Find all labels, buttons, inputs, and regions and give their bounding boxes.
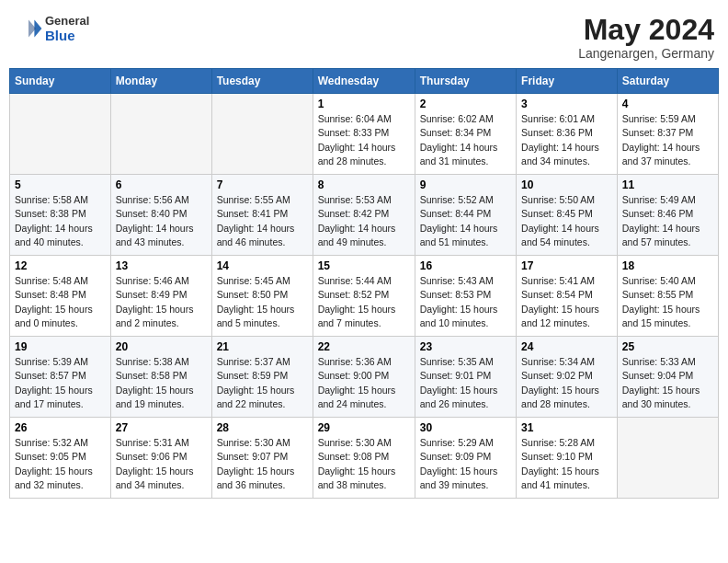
col-sunday: Sunday	[10, 69, 111, 94]
day-info: Sunrise: 5:41 AMSunset: 8:54 PMDaylight:…	[521, 274, 612, 330]
day-number: 4	[622, 98, 713, 110]
col-friday: Friday	[517, 69, 618, 94]
col-tuesday: Tuesday	[211, 69, 313, 94]
day-number: 2	[420, 98, 511, 110]
col-monday: Monday	[110, 69, 211, 94]
day-info: Sunrise: 5:56 AMSunset: 8:40 PMDaylight:…	[116, 193, 207, 249]
day-cell: 31Sunrise: 5:28 AMSunset: 9:10 PMDayligh…	[517, 418, 618, 499]
day-cell: 30Sunrise: 5:29 AMSunset: 9:09 PMDayligh…	[415, 418, 516, 499]
day-info: Sunrise: 5:37 AMSunset: 8:59 PMDaylight:…	[217, 355, 308, 411]
day-info: Sunrise: 5:58 AMSunset: 8:38 PMDaylight:…	[15, 193, 106, 249]
day-number: 9	[420, 178, 511, 191]
day-number: 25	[622, 340, 713, 353]
day-number: 18	[622, 259, 713, 272]
day-number: 27	[116, 421, 207, 434]
week-row-4: 19Sunrise: 5:39 AMSunset: 8:57 PMDayligh…	[10, 337, 719, 418]
day-number: 30	[420, 421, 511, 434]
day-number: 14	[217, 259, 308, 272]
day-cell	[10, 94, 111, 175]
day-info: Sunrise: 5:45 AMSunset: 8:50 PMDaylight:…	[217, 274, 308, 330]
day-number: 13	[116, 259, 207, 272]
day-cell: 12Sunrise: 5:48 AMSunset: 8:48 PMDayligh…	[10, 256, 111, 337]
day-cell: 23Sunrise: 5:35 AMSunset: 9:01 PMDayligh…	[415, 337, 516, 418]
day-cell: 21Sunrise: 5:37 AMSunset: 8:59 PMDayligh…	[211, 337, 313, 418]
day-info: Sunrise: 6:01 AMSunset: 8:36 PMDaylight:…	[521, 112, 612, 168]
day-number: 29	[318, 421, 410, 434]
calendar-body: 1Sunrise: 6:04 AMSunset: 8:33 PMDaylight…	[10, 94, 719, 499]
day-cell: 1Sunrise: 6:04 AMSunset: 8:33 PMDaylight…	[313, 94, 415, 175]
day-cell: 26Sunrise: 5:32 AMSunset: 9:05 PMDayligh…	[10, 418, 111, 499]
day-cell: 14Sunrise: 5:45 AMSunset: 8:50 PMDayligh…	[211, 256, 313, 337]
day-info: Sunrise: 5:39 AMSunset: 8:57 PMDaylight:…	[15, 355, 106, 411]
day-cell: 29Sunrise: 5:30 AMSunset: 9:08 PMDayligh…	[313, 418, 415, 499]
week-row-1: 1Sunrise: 6:04 AMSunset: 8:33 PMDaylight…	[10, 94, 719, 175]
day-cell	[211, 94, 313, 175]
day-info: Sunrise: 5:34 AMSunset: 9:02 PMDaylight:…	[521, 355, 612, 411]
month-title: May 2024	[578, 14, 714, 46]
day-number: 7	[217, 178, 308, 191]
day-info: Sunrise: 5:53 AMSunset: 8:42 PMDaylight:…	[318, 193, 410, 249]
day-number: 11	[622, 178, 713, 191]
day-info: Sunrise: 5:48 AMSunset: 8:48 PMDaylight:…	[15, 274, 106, 330]
day-cell: 13Sunrise: 5:46 AMSunset: 8:49 PMDayligh…	[110, 256, 211, 337]
logo-blue: Blue	[45, 28, 89, 43]
day-info: Sunrise: 6:02 AMSunset: 8:34 PMDaylight:…	[420, 112, 511, 168]
day-cell: 18Sunrise: 5:40 AMSunset: 8:55 PMDayligh…	[617, 256, 718, 337]
day-info: Sunrise: 5:30 AMSunset: 9:08 PMDaylight:…	[318, 436, 410, 492]
day-number: 19	[15, 340, 106, 353]
day-info: Sunrise: 5:29 AMSunset: 9:09 PMDaylight:…	[420, 436, 511, 492]
day-number: 10	[521, 178, 612, 191]
day-cell: 3Sunrise: 6:01 AMSunset: 8:36 PMDaylight…	[517, 94, 618, 175]
day-info: Sunrise: 5:52 AMSunset: 8:44 PMDaylight:…	[420, 193, 511, 249]
day-number: 15	[318, 259, 410, 272]
day-info: Sunrise: 5:32 AMSunset: 9:05 PMDaylight:…	[15, 436, 106, 492]
day-info: Sunrise: 5:40 AMSunset: 8:55 PMDaylight:…	[622, 274, 713, 330]
day-number: 12	[15, 259, 106, 272]
day-number: 22	[318, 340, 410, 353]
logo-icon	[14, 14, 43, 43]
day-number: 20	[116, 340, 207, 353]
location: Langenargen, Germany	[578, 46, 714, 61]
col-saturday: Saturday	[617, 69, 718, 94]
day-cell: 11Sunrise: 5:49 AMSunset: 8:46 PMDayligh…	[617, 175, 718, 256]
day-info: Sunrise: 5:50 AMSunset: 8:45 PMDaylight:…	[521, 193, 612, 249]
day-number: 1	[318, 98, 410, 110]
day-cell: 6Sunrise: 5:56 AMSunset: 8:40 PMDaylight…	[110, 175, 211, 256]
day-cell: 9Sunrise: 5:52 AMSunset: 8:44 PMDaylight…	[415, 175, 516, 256]
day-number: 3	[521, 98, 612, 110]
day-info: Sunrise: 5:38 AMSunset: 8:58 PMDaylight:…	[116, 355, 207, 411]
day-number: 31	[521, 421, 612, 434]
day-number: 17	[521, 259, 612, 272]
day-cell: 24Sunrise: 5:34 AMSunset: 9:02 PMDayligh…	[517, 337, 618, 418]
day-number: 16	[420, 259, 511, 272]
day-number: 21	[217, 340, 308, 353]
day-number: 26	[15, 421, 106, 434]
day-info: Sunrise: 5:30 AMSunset: 9:07 PMDaylight:…	[217, 436, 308, 492]
day-number: 8	[318, 178, 410, 191]
day-number: 5	[15, 178, 106, 191]
day-cell: 4Sunrise: 5:59 AMSunset: 8:37 PMDaylight…	[617, 94, 718, 175]
day-cell	[110, 94, 211, 175]
day-cell: 17Sunrise: 5:41 AMSunset: 8:54 PMDayligh…	[517, 256, 618, 337]
day-info: Sunrise: 5:44 AMSunset: 8:52 PMDaylight:…	[318, 274, 410, 330]
logo-text: General Blue	[45, 14, 89, 43]
day-info: Sunrise: 5:55 AMSunset: 8:41 PMDaylight:…	[217, 193, 308, 249]
day-cell: 10Sunrise: 5:50 AMSunset: 8:45 PMDayligh…	[517, 175, 618, 256]
logo-general: General	[45, 14, 89, 28]
day-info: Sunrise: 5:35 AMSunset: 9:01 PMDaylight:…	[420, 355, 511, 411]
day-cell: 16Sunrise: 5:43 AMSunset: 8:53 PMDayligh…	[415, 256, 516, 337]
day-info: Sunrise: 5:33 AMSunset: 9:04 PMDaylight:…	[622, 355, 713, 411]
day-info: Sunrise: 5:28 AMSunset: 9:10 PMDaylight:…	[521, 436, 612, 492]
day-cell: 15Sunrise: 5:44 AMSunset: 8:52 PMDayligh…	[313, 256, 415, 337]
week-row-2: 5Sunrise: 5:58 AMSunset: 8:38 PMDaylight…	[10, 175, 719, 256]
day-cell: 28Sunrise: 5:30 AMSunset: 9:07 PMDayligh…	[211, 418, 313, 499]
day-cell: 25Sunrise: 5:33 AMSunset: 9:04 PMDayligh…	[617, 337, 718, 418]
day-info: Sunrise: 5:59 AMSunset: 8:37 PMDaylight:…	[622, 112, 713, 168]
day-info: Sunrise: 6:04 AMSunset: 8:33 PMDaylight:…	[318, 112, 410, 168]
day-cell: 27Sunrise: 5:31 AMSunset: 9:06 PMDayligh…	[110, 418, 211, 499]
logo: General Blue	[14, 14, 89, 43]
col-thursday: Thursday	[415, 69, 516, 94]
day-cell: 2Sunrise: 6:02 AMSunset: 8:34 PMDaylight…	[415, 94, 516, 175]
page-header: General Blue May 2024 Langenargen, Germa…	[9, 9, 719, 61]
header-row: Sunday Monday Tuesday Wednesday Thursday…	[10, 69, 719, 94]
